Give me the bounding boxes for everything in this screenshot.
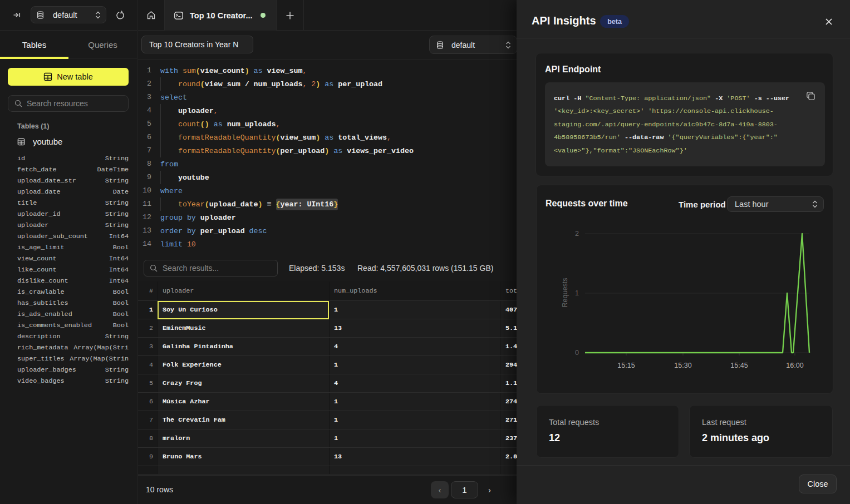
svg-text:Requests: Requests	[561, 278, 569, 308]
svg-text:15:15: 15:15	[617, 362, 635, 369]
svg-text:16:00: 16:00	[786, 362, 803, 369]
svg-text:1: 1	[575, 289, 579, 297]
svg-text:15:30: 15:30	[674, 362, 691, 369]
svg-text:15:45: 15:45	[730, 362, 748, 369]
svg-text:2: 2	[575, 230, 579, 238]
svg-text:0: 0	[575, 349, 579, 357]
